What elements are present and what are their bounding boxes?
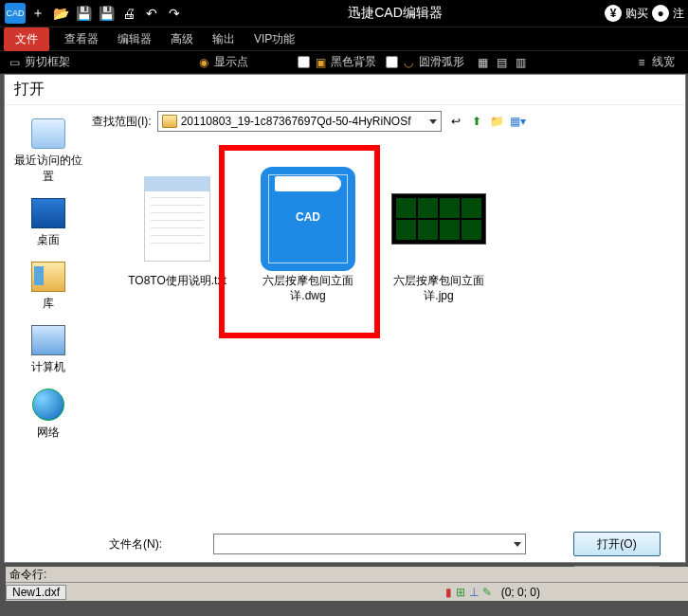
path-value: 20110803_19-1c87367697Qd-50-4HyRiNOSf <box>181 115 411 128</box>
files-area[interactable]: TO8TO使用说明.txt CAD 六层按摩包间立面详.dwg <box>92 143 676 303</box>
linewidth-icon[interactable]: ≡ <box>633 54 650 71</box>
cmd-label: 命令行: <box>9 567 46 583</box>
status-icon[interactable]: ▮ <box>445 586 452 599</box>
library-icon <box>31 262 65 292</box>
file-item-jpg[interactable]: 六层按摩包间立面详.jpg <box>382 172 496 303</box>
arc-checkbox[interactable] <box>386 56 398 68</box>
open-icon[interactable]: 📂 <box>50 3 71 24</box>
menu-editor[interactable]: 编辑器 <box>108 27 161 51</box>
crop-label: 剪切框架 <box>25 54 70 70</box>
filename-label: 文件名(N): <box>109 536 204 553</box>
sidebar-item-label: 桌面 <box>37 232 60 248</box>
menu-vip[interactable]: VIP功能 <box>244 27 304 51</box>
point-icon[interactable]: ◉ <box>195 54 212 71</box>
menu-output[interactable]: 输出 <box>203 27 244 51</box>
currency-icon[interactable]: ¥ <box>605 5 622 22</box>
user-icon[interactable]: ● <box>652 5 669 22</box>
file-item-txt[interactable]: TO8TO使用说明.txt <box>120 172 234 303</box>
coordinates: (0; 0; 0) <box>496 586 546 599</box>
open-button[interactable]: 打开(O) <box>573 532 661 556</box>
ribbon-toolbar: ▭ 剪切框架 ◉ 显示点 ▣ 黑色背景 ◡ 圆滑弧形 ▦ ▤ ▥ ≡ 线宽 <box>0 51 688 74</box>
sidebar-item-library[interactable]: 库 <box>9 256 87 317</box>
menu-viewer[interactable]: 查看器 <box>55 27 108 51</box>
open-dialog: 打开 最近访问的位置 桌面 库 计算机 网络 <box>4 74 686 563</box>
redo-icon[interactable]: ↷ <box>164 3 185 24</box>
status-icon[interactable]: ⊞ <box>456 586 465 599</box>
crop-icon[interactable]: ▭ <box>6 54 23 71</box>
sidebar-item-label: 库 <box>43 296 54 312</box>
network-icon <box>32 389 64 421</box>
filename-input[interactable] <box>213 534 526 554</box>
blackbg-checkbox[interactable] <box>298 56 310 68</box>
chevron-down-icon[interactable] <box>514 542 521 547</box>
sidebar-item-computer[interactable]: 计算机 <box>9 319 87 381</box>
sidebar-item-recent[interactable]: 最近访问的位置 <box>9 113 87 190</box>
txt-icon <box>144 176 210 262</box>
chevron-down-icon[interactable] <box>429 119 437 124</box>
nav-up-icon[interactable]: ⬆ <box>468 113 485 130</box>
status-bar: New1.dxf ▮ ⊞ ⊥ ✎ (0; 0; 0) <box>6 582 688 601</box>
dialog-content: 查找范围(I): 20110803_19-1c87367697Qd-50-4Hy… <box>92 105 685 522</box>
file-item-dwg[interactable]: CAD 六层按摩包间立面详.dwg <box>251 172 365 303</box>
buy-link[interactable]: 购买 <box>625 6 648 22</box>
file-label: 六层按摩包间立面详.jpg <box>382 274 496 303</box>
tool-icon-2[interactable]: ▤ <box>493 54 510 71</box>
jpg-thumbnail <box>391 193 486 245</box>
dialog-title: 打开 <box>5 75 685 105</box>
saveas-icon[interactable]: 💾 <box>96 3 117 24</box>
doc-tab[interactable]: New1.dxf <box>6 585 66 600</box>
menubar: 文件 查看器 编辑器 高级 输出 VIP功能 <box>0 27 688 51</box>
desktop-icon <box>31 198 65 228</box>
sidebar-item-label: 网络 <box>37 425 60 441</box>
nav-back-icon[interactable]: ↩ <box>447 113 464 130</box>
titlebar: CAD ＋ 📂 💾 💾 🖨 ↶ ↷ 迅捷CAD编辑器 ¥ 购买 ● 注 <box>0 0 688 27</box>
computer-icon <box>31 325 65 355</box>
app-title: 迅捷CAD编辑器 <box>186 5 605 22</box>
nav-newfolder-icon[interactable]: 📁 <box>489 113 506 130</box>
nav-views-icon[interactable]: ▦▾ <box>510 113 527 130</box>
tool-icon-1[interactable]: ▦ <box>474 54 491 71</box>
register-link[interactable]: 注 <box>673 6 684 22</box>
save-icon[interactable]: 💾 <box>73 3 94 24</box>
undo-icon[interactable]: ↶ <box>141 3 162 24</box>
command-line[interactable]: 命令行: <box>6 567 688 582</box>
blackbg-label: 黑色背景 <box>331 54 376 70</box>
sidebar-item-network[interactable]: 网络 <box>9 383 87 446</box>
cad-icon: CAD <box>261 167 355 271</box>
path-label: 查找范围(I): <box>92 114 152 130</box>
places-sidebar: 最近访问的位置 桌面 库 计算机 网络 <box>5 105 92 522</box>
tool-icon-3[interactable]: ▥ <box>512 54 529 71</box>
new-icon[interactable]: ＋ <box>27 3 48 24</box>
arc-icon[interactable]: ◡ <box>400 54 417 71</box>
file-label: TO8TO使用说明.txt <box>128 274 226 289</box>
app-logo-icon: CAD <box>5 3 26 24</box>
point-label: 显示点 <box>214 54 248 70</box>
sidebar-item-label: 计算机 <box>31 359 65 375</box>
print-icon[interactable]: 🖨 <box>118 3 139 24</box>
arc-label: 圆滑弧形 <box>419 54 464 70</box>
sidebar-item-desktop[interactable]: 桌面 <box>9 192 87 254</box>
linewidth-label: 线宽 <box>652 54 675 70</box>
status-icon[interactable]: ✎ <box>482 586 492 599</box>
sidebar-item-label: 最近访问的位置 <box>9 153 87 185</box>
tab-file[interactable]: 文件 <box>4 27 49 51</box>
menu-advanced[interactable]: 高级 <box>161 27 203 51</box>
file-label: 六层按摩包间立面详.dwg <box>251 274 365 303</box>
status-icon[interactable]: ⊥ <box>469 586 479 599</box>
folder-icon <box>162 115 177 128</box>
path-combobox[interactable]: 20110803_19-1c87367697Qd-50-4HyRiNOSf <box>157 111 442 132</box>
blackbg-icon[interactable]: ▣ <box>312 54 329 71</box>
recent-icon <box>31 118 65 149</box>
